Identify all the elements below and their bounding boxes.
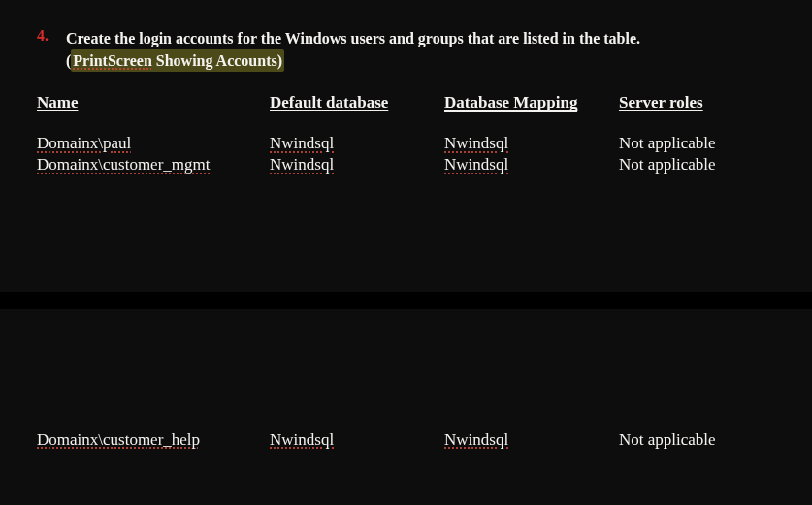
step-main-text: Create the login accounts for the Window…	[66, 30, 640, 47]
col-server-roles: Server roles	[619, 93, 774, 134]
col-name: Name	[37, 93, 270, 134]
col-default-db: Default database	[270, 93, 444, 134]
val-server-roles: Not applicable	[619, 134, 716, 152]
val-db-mapping: Nwindsql	[444, 134, 508, 152]
val-default-db: Nwindsql	[270, 430, 334, 449]
cell-name: Domainx\customer_mgmt	[37, 155, 270, 176]
table-row: Domainx\paul Nwindsql Nwindsql Not appli…	[37, 134, 774, 155]
printscreen-label: PrintScreen	[73, 52, 151, 69]
cell-default-db: Nwindsql	[270, 430, 444, 452]
highlight-region: PrintScreen Showing Accounts)	[71, 49, 284, 72]
col-db-mapping: Database Mapping	[444, 93, 619, 134]
table-row: Domainx\customer_mgmt Nwindsql Nwindsql …	[37, 155, 774, 176]
cell-name: Domainx\customer_help	[37, 430, 270, 452]
val-db-mapping: Nwindsql	[444, 430, 508, 449]
header-default-db: Default database	[270, 93, 388, 111]
paren-rest: Showing Accounts)	[152, 52, 282, 69]
cell-db-mapping: Nwindsql	[444, 155, 619, 176]
header-db-mapping: Database Mapping	[444, 93, 577, 112]
cell-default-db: Nwindsql	[270, 155, 444, 176]
step-text: Create the login accounts for the Window…	[66, 27, 640, 72]
accounts-table: Name Default database Database Mapping S…	[37, 93, 774, 176]
val-name: Domainx\customer_mgmt	[37, 155, 210, 174]
table-row: Domainx\customer_help Nwindsql Nwindsql …	[37, 430, 774, 452]
cell-default-db: Nwindsql	[270, 134, 444, 155]
page-upper: 4. Create the login accounts for the Win…	[0, 0, 812, 292]
header-name: Name	[37, 93, 78, 111]
val-db-mapping: Nwindsql	[444, 155, 508, 174]
val-name: Domainx\customer_help	[37, 430, 200, 449]
val-name: Domainx\paul	[37, 134, 131, 152]
cell-server-roles: Not applicable	[619, 134, 774, 155]
val-default-db: Nwindsql	[270, 155, 334, 174]
cell-db-mapping: Nwindsql	[444, 134, 619, 155]
page-lower: Domainx\customer_help Nwindsql Nwindsql …	[0, 309, 812, 505]
step-number: 4.	[37, 27, 66, 45]
accounts-table-continued: Domainx\customer_help Nwindsql Nwindsql …	[37, 430, 774, 452]
cell-db-mapping: Nwindsql	[444, 430, 619, 452]
header-server-roles: Server roles	[619, 93, 703, 111]
cell-name: Domainx\paul	[37, 134, 270, 155]
step-4: 4. Create the login accounts for the Win…	[37, 27, 793, 72]
val-default-db: Nwindsql	[270, 134, 334, 152]
table-header: Name Default database Database Mapping S…	[37, 93, 774, 134]
cell-server-roles: Not applicable	[619, 430, 774, 452]
cell-server-roles: Not applicable	[619, 155, 774, 176]
val-server-roles: Not applicable	[619, 430, 716, 449]
val-server-roles: Not applicable	[619, 155, 716, 174]
